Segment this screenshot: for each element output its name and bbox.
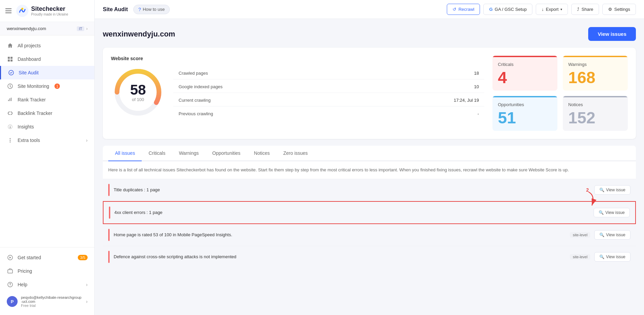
view-issues-button[interactable]: View issues [588,27,636,41]
issue-text-crosssite: Defence against cross-site scripting att… [114,254,563,259]
issue-text-4xx: 4xx client errors : 1 page [114,210,590,215]
issue-indicator-4 [108,251,110,263]
project-locale-badge: IT [77,26,84,31]
project-selector[interactable]: wenxinwendyju.com IT › [0,22,94,35]
stat-label-indexed: Google indexed pages [179,84,223,89]
main-content: Site Audit ? How to use ↺ Recrawl G GA /… [95,0,644,315]
get-started-icon [7,254,14,261]
help-icon [7,281,14,288]
criticals-label: Criticals [498,62,552,67]
issue-text-mobile: Home page is rated 53 of 100 in Mobile P… [114,232,563,237]
search-icon-2: 🔍 [599,233,604,237]
opportunities-bar [492,96,557,97]
nav-label-site-monitoring: Site Monitoring [18,83,49,89]
stat-current-crawling: Current crawling 17:24, Jul 19 [173,94,484,106]
home-icon [7,42,14,49]
insights-icon [7,123,14,130]
hamburger-icon[interactable] [5,8,12,13]
user-profile-row[interactable]: P peqydo@kellychibale-researchgroup-uct.… [0,291,94,312]
topbar-actions: ↺ Recrawl G GA / GSC Setup ↓ Export ▾ ⤴ … [447,4,636,15]
nav-label-backlink-tracker: Backlink Tracker [18,111,52,116]
ga-gsc-button[interactable]: G GA / GSC Setup [483,4,532,15]
export-icon: ↓ [542,7,544,12]
tab-criticals[interactable]: Criticals [142,146,172,161]
settings-button[interactable]: ⚙ Settings [602,4,636,15]
share-icon: ⤴ [577,7,579,12]
sidebar-item-site-monitoring[interactable]: Site Monitoring 1 [0,79,94,93]
view-issue-button-1[interactable]: 🔍 View issue [594,208,630,217]
criticals-value: 4 [498,70,552,86]
recrawl-button[interactable]: ↺ Recrawl [447,4,480,15]
export-button[interactable]: ↓ Export ▾ [536,4,568,15]
settings-label: Settings [614,7,630,12]
warnings-label: Warnings [568,62,622,67]
view-issue-button-2[interactable]: 🔍 View issue [594,230,630,240]
stat-google-indexed: Google indexed pages 10 [173,81,484,93]
svg-point-10 [10,142,11,143]
google-icon: G [489,7,492,12]
sidebar-item-pricing[interactable]: Pricing [0,264,94,278]
issue-badge-crosssite: site-level [570,254,590,260]
opportunities-value: 51 [498,110,552,126]
sidebar-item-help[interactable]: Help › [0,278,94,291]
monitoring-icon [7,83,14,90]
annotation-number: 2 [586,187,589,193]
metric-notices[interactable]: Notices 152 [563,96,628,131]
stat-value-crawled: 18 [474,71,479,76]
sidebar-item-backlink-tracker[interactable]: Backlink Tracker [0,106,94,120]
how-to-use-button[interactable]: ? How to use [133,5,170,14]
nav-label-site-audit: Site Audit [19,70,39,75]
user-avatar: P [7,296,18,307]
topbar-title: Site Audit [103,6,128,13]
criticals-bar [492,56,557,57]
view-issue-button-0[interactable]: 🔍 View issue [594,185,630,195]
score-value: 58 [130,83,146,97]
sidebar-item-dashboard[interactable]: Dashboard [0,52,94,66]
tab-all-issues[interactable]: All issues [108,146,142,161]
issue-badge-mobile: site-level [570,232,590,238]
recrawl-icon: ↺ [453,7,456,12]
nav-label-dashboard: Dashboard [18,56,41,62]
issue-text-title-duplicates: Title duplicates : 1 page [114,187,582,192]
issue-indicator [108,184,110,196]
settings-icon: ⚙ [608,7,612,12]
metric-warnings[interactable]: Warnings 168 [563,56,628,91]
score-stats: Crawled pages 18 Google indexed pages 10… [173,56,484,131]
export-chevron: ▾ [560,7,562,11]
recrawl-label: Recrawl [458,7,474,12]
view-issue-label-0: View issue [606,188,625,192]
tab-warnings[interactable]: Warnings [172,146,206,161]
page-title: wenxinwendyju.com [103,30,175,39]
app-tagline: Proudly made in Ukraine [31,13,68,16]
question-icon: ? [138,7,141,12]
rank-icon [7,96,14,103]
sidebar-item-extra-tools[interactable]: Extra tools › [0,134,94,147]
tab-notices[interactable]: Notices [247,146,277,161]
share-button[interactable]: ⤴ Share [571,4,599,15]
sidebar-item-all-projects[interactable]: All projects [0,39,94,52]
score-section: Website score [103,48,636,139]
dashboard-icon [7,56,14,63]
svg-rect-3 [10,57,13,59]
opportunities-label: Opportunities [498,102,552,107]
svg-rect-12 [8,270,13,273]
view-issue-label-1: View issue [605,210,625,215]
score-max: of 100 [130,97,146,102]
view-issue-button-3[interactable]: 🔍 View issue [594,252,630,262]
metric-criticals[interactable]: Criticals 4 [492,56,557,91]
search-icon-3: 🔍 [599,255,604,259]
issues-list: Title duplicates : 1 page 2 🔍 View issue [103,179,636,268]
tools-icon [7,137,14,144]
svg-rect-2 [8,57,10,59]
metric-opportunities[interactable]: Opportunities 51 [492,96,557,131]
sidebar-item-site-audit[interactable]: Site Audit [0,66,94,79]
notices-label: Notices [568,102,622,107]
sidebar-item-rank-tracker[interactable]: Rank Tracker [0,93,94,106]
app-name: Sitechecker [31,5,68,13]
sidebar-item-get-started[interactable]: Get started 3/5 [0,251,94,264]
tab-zero-issues[interactable]: Zero issues [277,146,315,161]
warnings-bar [563,56,628,57]
sidebar-item-insights[interactable]: Insights [0,120,94,134]
tab-opportunities[interactable]: Opportunities [206,146,247,161]
project-name: wenxinwendyju.com [7,26,46,31]
